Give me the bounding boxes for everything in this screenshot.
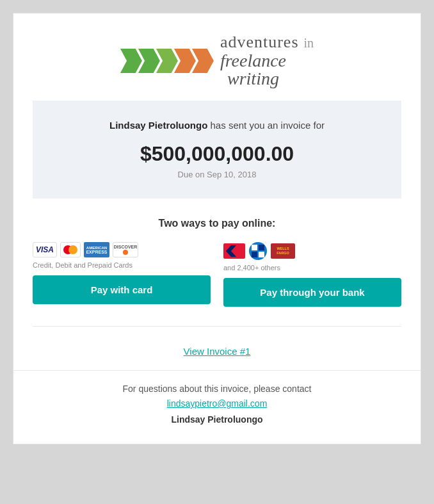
footer-email-link[interactable]: lindsaypietro@gmail.com bbox=[167, 398, 268, 409]
payment-title: Two ways to pay online: bbox=[33, 218, 401, 229]
invoice-sender-name: Lindsay Pietroluongo bbox=[109, 120, 207, 131]
divider-1 bbox=[33, 326, 401, 327]
payment-section: Two ways to pay online: VISA AMERICAN EX… bbox=[13, 211, 421, 320]
logo-writing: writing bbox=[227, 69, 279, 88]
boa-icon bbox=[226, 245, 243, 257]
view-invoice-link[interactable]: View Invoice #1 bbox=[184, 346, 251, 357]
invoice-due: Due on Sep 10, 2018 bbox=[45, 170, 389, 179]
logo-text: adventures in freelance writing bbox=[220, 33, 314, 88]
svg-rect-2 bbox=[252, 245, 257, 250]
email-container: adventures in freelance writing Lindsay … bbox=[13, 13, 421, 444]
chevron-1 bbox=[120, 49, 142, 73]
payment-options: VISA AMERICAN EXPRESS DISCOVER bbox=[33, 242, 401, 307]
bank-of-america-logo bbox=[223, 243, 245, 259]
logo-area: adventures in freelance writing bbox=[13, 13, 421, 101]
pay-with-card-button[interactable]: Pay with card bbox=[33, 275, 211, 304]
view-invoice-section: View Invoice #1 bbox=[13, 333, 421, 370]
logo-title-line: adventures in bbox=[220, 33, 314, 52]
bank-logos: WELLSFARGO bbox=[223, 242, 295, 260]
logo-freelance-writing: freelance writing bbox=[220, 52, 286, 88]
svg-rect-4 bbox=[259, 245, 264, 250]
invoice-sender: Lindsay Pietroluongo has sent you an inv… bbox=[45, 120, 389, 131]
discover-logo: DISCOVER bbox=[113, 242, 138, 257]
card-logos: VISA AMERICAN EXPRESS DISCOVER bbox=[33, 242, 138, 257]
invoice-box: Lindsay Pietroluongo has sent you an inv… bbox=[33, 101, 401, 199]
footer-name: Lindsay Pietroluongo bbox=[33, 414, 401, 425]
logo-adventures: adventures bbox=[220, 33, 299, 52]
discover-dot bbox=[123, 250, 128, 255]
invoice-amount: $500,000,000.00 bbox=[45, 142, 389, 166]
card-payment-option: VISA AMERICAN EXPRESS DISCOVER bbox=[33, 242, 211, 307]
footer-contact-text: For questions about this invoice, please… bbox=[33, 384, 401, 394]
mastercard-logo bbox=[60, 242, 81, 257]
chase-icon bbox=[252, 245, 264, 257]
bank-payment-option: WELLSFARGO and 2,400+ others Pay through… bbox=[223, 242, 401, 307]
bank-others-label: and 2,400+ others bbox=[223, 264, 280, 272]
card-label: Credit, Debit and Prepaid Cards bbox=[33, 261, 133, 269]
mc-orange-circle bbox=[68, 245, 77, 254]
discover-inner: DISCOVER bbox=[114, 245, 138, 255]
invoice-sender-text: has sent you an invoice for bbox=[211, 120, 325, 131]
logo-freelance: freelance bbox=[220, 51, 286, 70]
logo-in: in bbox=[304, 36, 314, 51]
svg-rect-3 bbox=[259, 252, 264, 257]
wells-fargo-logo: WELLSFARGO bbox=[271, 243, 295, 259]
svg-rect-5 bbox=[252, 252, 257, 257]
chase-logo bbox=[249, 242, 267, 260]
footer-section: For questions about this invoice, please… bbox=[13, 370, 421, 444]
logo-chevrons bbox=[120, 49, 210, 73]
amex-logo: AMERICAN EXPRESS bbox=[84, 242, 109, 257]
visa-logo: VISA bbox=[33, 242, 57, 257]
pay-through-bank-button[interactable]: Pay through your bank bbox=[223, 278, 401, 307]
